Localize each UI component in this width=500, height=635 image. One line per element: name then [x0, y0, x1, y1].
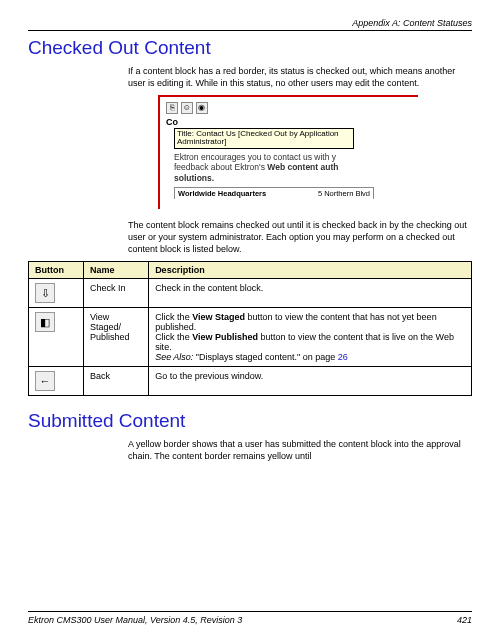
see-also-text: "Displays staged content." on page	[196, 352, 338, 362]
options-table: Button Name Description ⇩ Check In Check…	[28, 261, 472, 396]
desc-bold: View Staged	[192, 312, 245, 322]
address-left: Worldwide Headquarters	[178, 189, 266, 198]
cell-desc: Click the View Staged button to view the…	[149, 308, 472, 367]
cell-desc: Go to the previous window.	[149, 367, 472, 396]
table-row: ← Back Go to the previous window.	[29, 367, 472, 396]
see-also-label: See Also:	[155, 352, 196, 362]
checkin-icon: ⇩	[35, 283, 55, 303]
blurb-line: feedback about Ektron's	[174, 162, 267, 172]
cell-name: Check In	[84, 279, 149, 308]
page-link[interactable]: 26	[338, 352, 348, 362]
back-icon: ←	[35, 371, 55, 391]
heading-submitted: Submitted Content	[28, 410, 472, 432]
submitted-paragraph: A yellow border shows that a user has su…	[128, 438, 472, 462]
address-right: 5 Northern Blvd	[318, 189, 370, 198]
blurb-line: Ektron encourages you to contact us with…	[174, 152, 336, 162]
desc-text: Click the	[155, 332, 192, 342]
cell-desc: Check in the content block.	[149, 279, 472, 308]
view-staged-icon: ◧	[35, 312, 55, 332]
intro-paragraph-1: If a content block has a red border, its…	[128, 65, 472, 89]
see-also: See Also:	[155, 352, 196, 362]
cell-name: Back	[84, 367, 149, 396]
embedded-screenshot: ⎘ ☺ ◉ Co Title: Contact Us [Checked Out …	[158, 95, 418, 209]
icon-globe: ◉	[196, 102, 208, 114]
th-description: Description	[149, 262, 472, 279]
footer-title: Ektron CMS300 User Manual, Version 4.5, …	[28, 615, 242, 625]
table-row: ◧ View Staged/ Published Click the View …	[29, 308, 472, 367]
blurb-bold: Web content auth	[267, 162, 338, 172]
desc-bold: View Published	[192, 332, 258, 342]
intro-paragraph-2: The content block remains checked out un…	[128, 219, 472, 255]
th-name: Name	[84, 262, 149, 279]
th-button: Button	[29, 262, 84, 279]
tooltip-box: Title: Contact Us [Checked Out by Applic…	[174, 128, 354, 150]
page-footer: Ektron CMS300 User Manual, Version 4.5, …	[28, 611, 472, 625]
table-row: ⇩ Check In Check in the content block.	[29, 279, 472, 308]
cell-name: View Staged/ Published	[84, 308, 149, 367]
body-preview: Ektron encourages you to contact us with…	[174, 152, 412, 183]
appendix-header: Appendix A: Content Statuses	[28, 18, 472, 31]
truncated-label: Co	[166, 117, 178, 127]
heading-checked-out: Checked Out Content	[28, 37, 472, 59]
icon-user: ☺	[181, 102, 193, 114]
address-box: Worldwide Headquarters 5 Northern Blvd	[174, 187, 374, 199]
desc-text: Click the	[155, 312, 192, 322]
toolbar-icons: ⎘ ☺ ◉	[166, 101, 412, 113]
icon-copy: ⎘	[166, 102, 178, 114]
blurb-line: solutions.	[174, 173, 214, 183]
footer-page-number: 421	[457, 615, 472, 625]
